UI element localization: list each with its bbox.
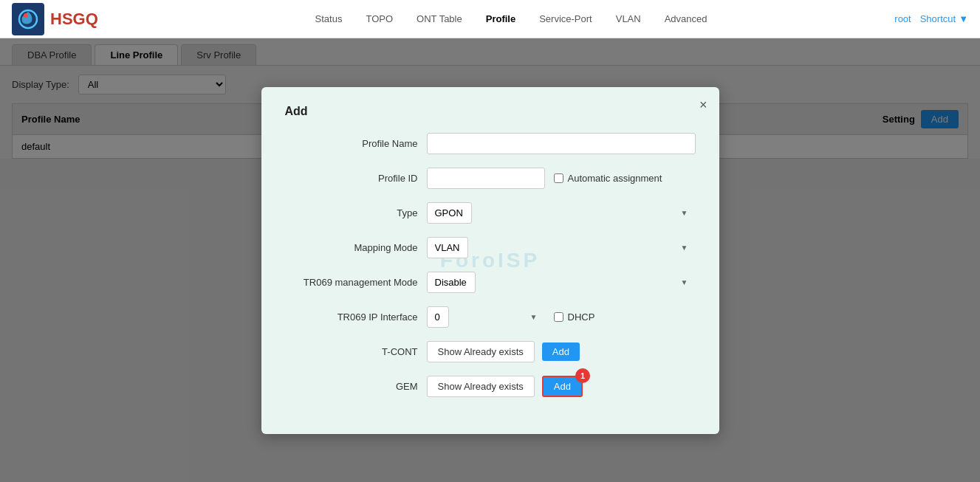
- gem-add-wrapper: Add 1: [542, 376, 583, 397]
- modal-title: Add: [285, 105, 696, 118]
- gem-row: GEM Show Already exists Add 1: [285, 376, 696, 397]
- logo-text: HSGQ: [50, 10, 98, 29]
- tr069-mode-select-wrapper: Disable: [427, 272, 696, 293]
- mapping-mode-select-wrapper: VLAN: [427, 237, 696, 258]
- nav-shortcut[interactable]: Shortcut ▼: [920, 13, 968, 24]
- nav-ont-table[interactable]: ONT Table: [417, 13, 462, 24]
- tr069-ip-select[interactable]: 0: [427, 306, 449, 328]
- profile-id-row: Profile ID Automatic assignment: [285, 168, 696, 189]
- chevron-down-icon: ▼: [959, 13, 968, 24]
- dhcp-label: DHCP: [554, 311, 595, 323]
- logo-icon: [12, 3, 44, 35]
- tcont-show-button[interactable]: Show Already exists: [427, 341, 535, 362]
- nav-status[interactable]: Status: [315, 13, 343, 24]
- profile-name-label: Profile Name: [285, 138, 418, 149]
- tr069-mode-select[interactable]: Disable: [427, 272, 476, 293]
- logo-area: HSGQ: [12, 3, 98, 35]
- type-row: Type GPON: [285, 202, 696, 224]
- gem-actions: Show Already exists Add 1: [427, 376, 583, 397]
- tr069-mode-label: TR069 management Mode: [285, 277, 418, 288]
- nav-topo[interactable]: TOPO: [366, 13, 393, 24]
- tcont-add-button[interactable]: Add: [542, 342, 580, 361]
- svg-point-1: [24, 13, 28, 18]
- gem-show-button[interactable]: Show Already exists: [427, 376, 535, 397]
- profile-name-input[interactable]: [427, 133, 696, 154]
- type-select-wrapper: GPON: [427, 202, 696, 224]
- profile-name-row: Profile Name: [285, 133, 696, 154]
- nav-service-port[interactable]: Service-Port: [539, 13, 592, 24]
- tcont-label: T-CONT: [285, 346, 418, 357]
- tr069-ip-select-wrapper: 0: [427, 306, 545, 328]
- profile-id-label: Profile ID: [285, 173, 418, 184]
- nav-profile[interactable]: Profile: [486, 13, 515, 24]
- tcont-row: T-CONT Show Already exists Add: [285, 341, 696, 362]
- nav-right: root Shortcut ▼: [894, 13, 968, 24]
- tr069-ip-label: TR069 IP Interface: [285, 311, 418, 323]
- automatic-assignment-checkbox[interactable]: [554, 173, 563, 183]
- mapping-mode-label: Mapping Mode: [285, 242, 418, 253]
- dhcp-checkbox[interactable]: [554, 312, 563, 322]
- modal-close-button[interactable]: ×: [699, 97, 707, 113]
- nav-vlan[interactable]: VLAN: [616, 13, 641, 24]
- profile-id-input[interactable]: [427, 168, 545, 189]
- mapping-mode-row: Mapping Mode VLAN: [285, 237, 696, 258]
- modal-overlay: ForoISP Add × Profile Name Profile ID Au…: [0, 38, 980, 482]
- type-label: Type: [285, 207, 418, 218]
- page-content: DBA Profile Line Profile Srv Profile Dis…: [0, 38, 980, 482]
- modal: ForoISP Add × Profile Name Profile ID Au…: [261, 87, 719, 434]
- mapping-mode-select[interactable]: VLAN: [427, 237, 468, 258]
- tcont-actions: Show Already exists Add: [427, 341, 580, 362]
- gem-label: GEM: [285, 381, 418, 392]
- nav-links: Status TOPO ONT Table Profile Service-Po…: [128, 13, 895, 24]
- tr069-ip-row: TR069 IP Interface 0 DHCP: [285, 306, 696, 328]
- tr069-mode-row: TR069 management Mode Disable: [285, 272, 696, 293]
- nav-advanced[interactable]: Advanced: [665, 13, 707, 24]
- gem-badge: 1: [575, 368, 590, 383]
- type-select[interactable]: GPON: [427, 202, 472, 224]
- nav-user[interactable]: root: [894, 13, 911, 24]
- top-nav: HSGQ Status TOPO ONT Table Profile Servi…: [0, 0, 980, 38]
- automatic-assignment-label: Automatic assignment: [554, 173, 662, 184]
